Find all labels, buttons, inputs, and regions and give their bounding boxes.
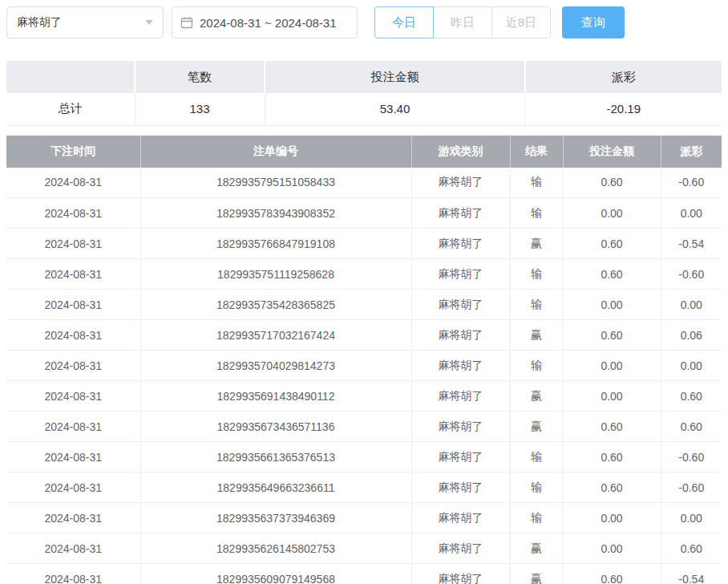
summary-table: 笔数 投注金额 派彩 总计 133 53.40 -20.19	[6, 61, 722, 126]
result-cell: 赢	[510, 381, 563, 412]
game-type-cell: 麻将胡了	[411, 351, 510, 381]
bet-time-cell: 2024-08-31	[6, 168, 140, 198]
game-type-cell: 麻将胡了	[411, 412, 510, 442]
last-8-days-button[interactable]: 近8日	[491, 6, 551, 39]
game-type-cell: 麻将胡了	[411, 472, 510, 503]
bet-time-cell: 2024-08-31	[6, 229, 140, 259]
result-cell: 输	[510, 472, 563, 503]
bet-time-cell: 2024-08-31	[6, 412, 140, 442]
bet-id-cell: 1829935637373946369	[140, 503, 411, 533]
result-cell: 赢	[510, 564, 563, 584]
header-bet-id: 注单编号	[140, 136, 411, 168]
payout-cell: -0.60	[661, 472, 722, 503]
toolbar: 麻将胡了 2024-08-31 ~ 2024-08-31 今日 昨日 近8日 查…	[0, 0, 728, 45]
game-type-cell: 麻将胡了	[411, 381, 510, 412]
bet-amount-cell: 0.60	[563, 229, 661, 259]
date-range-value: 2024-08-31 ~ 2024-08-31	[200, 16, 337, 30]
bet-records-table: 下注时间 注单编号 游戏类别 结果 投注金额 派彩 2024-08-311829…	[6, 136, 722, 584]
bet-time-cell: 2024-08-31	[6, 503, 140, 533]
bet-id-cell: 1829935783943908352	[140, 198, 411, 229]
table-row: 2024-08-311829935735428365825麻将胡了输0.000.…	[6, 290, 722, 320]
result-cell: 输	[510, 168, 563, 198]
bet-amount-cell: 0.00	[563, 198, 661, 229]
table-row: 2024-08-311829935795151058433麻将胡了输0.60-0…	[6, 168, 722, 198]
summary-header-row: 笔数 投注金额 派彩	[6, 61, 722, 93]
bet-amount-cell: 0.60	[563, 168, 661, 198]
payout-cell: 0.60	[661, 381, 722, 412]
result-cell: 输	[510, 503, 563, 533]
payout-cell: 0.60	[661, 412, 722, 442]
table-row: 2024-08-311829935637373946369麻将胡了输0.000.…	[6, 503, 722, 533]
table-row: 2024-08-311829935783943908352麻将胡了输0.000.…	[6, 198, 722, 229]
result-cell: 输	[510, 290, 563, 320]
game-type-cell: 麻将胡了	[411, 564, 510, 584]
payout-cell: -0.60	[661, 259, 722, 290]
query-button[interactable]: 查询	[562, 6, 625, 39]
result-cell: 赢	[510, 320, 563, 351]
result-cell: 赢	[510, 533, 563, 564]
summary-total-label: 总计	[6, 93, 135, 125]
table-row: 2024-08-311829935766847919108麻将胡了赢0.60-0…	[6, 229, 722, 259]
bet-id-cell: 1829935691438490112	[140, 381, 411, 412]
bet-time-cell: 2024-08-31	[6, 533, 140, 564]
game-select-value: 麻将胡了	[17, 15, 62, 30]
result-cell: 赢	[510, 229, 563, 259]
table-row: 2024-08-311829935751119258628麻将胡了输0.60-0…	[6, 259, 722, 290]
payout-cell: 0.00	[661, 198, 722, 229]
quick-range-group: 今日 昨日 近8日	[374, 6, 551, 39]
bet-id-cell: 1829935766847919108	[140, 229, 411, 259]
game-type-cell: 麻将胡了	[411, 229, 510, 259]
result-cell: 输	[510, 198, 563, 229]
chevron-down-icon	[145, 20, 153, 25]
game-type-cell: 麻将胡了	[411, 168, 510, 198]
summary-header-count: 笔数	[135, 61, 265, 93]
header-bet-amount: 投注金额	[563, 136, 661, 168]
payout-cell: -0.54	[661, 564, 722, 584]
today-button[interactable]: 今日	[374, 6, 434, 39]
bet-table-body: 2024-08-311829935795151058433麻将胡了输0.60-0…	[6, 168, 722, 584]
game-type-cell: 麻将胡了	[411, 320, 510, 351]
bet-amount-cell: 0.60	[563, 412, 661, 442]
bet-amount-cell: 0.00	[563, 381, 661, 412]
bet-id-cell: 1829935661365376513	[140, 442, 411, 472]
payout-cell: 0.00	[661, 351, 722, 381]
bet-amount-cell: 0.00	[563, 533, 661, 564]
game-select[interactable]: 麻将胡了	[6, 6, 164, 39]
bet-id-cell: 1829935751119258628	[140, 259, 411, 290]
header-game-type: 游戏类别	[411, 136, 510, 168]
table-row: 2024-08-311829935717032167424麻将胡了赢0.600.…	[6, 320, 722, 351]
table-row: 2024-08-311829935673436571136麻将胡了赢0.600.…	[6, 412, 722, 442]
bet-time-cell: 2024-08-31	[6, 290, 140, 320]
bet-amount-cell: 0.60	[563, 472, 661, 503]
game-type-cell: 麻将胡了	[411, 442, 510, 472]
bet-amount-cell: 0.60	[563, 442, 661, 472]
header-bet-time: 下注时间	[6, 136, 140, 168]
result-cell: 输	[510, 442, 563, 472]
payout-cell: -0.54	[661, 229, 722, 259]
bet-id-cell: 1829935649663236611	[140, 472, 411, 503]
table-row: 2024-08-311829935691438490112麻将胡了赢0.000.…	[6, 381, 722, 412]
table-row: 2024-08-311829935609079149568麻将胡了赢0.60-0…	[6, 564, 722, 584]
table-row: 2024-08-311829935626145802753麻将胡了赢0.000.…	[6, 533, 722, 564]
bet-time-cell: 2024-08-31	[6, 320, 140, 351]
bet-table-header-row: 下注时间 注单编号 游戏类别 结果 投注金额 派彩	[6, 136, 722, 168]
game-type-cell: 麻将胡了	[411, 259, 510, 290]
payout-cell: 0.06	[661, 320, 722, 351]
game-type-cell: 麻将胡了	[411, 503, 510, 533]
summary-header-payout: 派彩	[525, 61, 722, 93]
summary-payout-value: -20.19	[525, 93, 722, 125]
payout-cell: 0.60	[661, 533, 722, 564]
game-type-cell: 麻将胡了	[411, 290, 510, 320]
header-payout: 派彩	[661, 136, 722, 168]
date-range-picker[interactable]: 2024-08-31 ~ 2024-08-31	[172, 6, 358, 39]
bet-id-cell: 1829935673436571136	[140, 412, 411, 442]
bet-amount-cell: 0.60	[563, 320, 661, 351]
payout-cell: 0.00	[661, 290, 722, 320]
table-row: 2024-08-311829935661365376513麻将胡了输0.60-0…	[6, 442, 722, 472]
table-row: 2024-08-311829935649663236611麻将胡了输0.60-0…	[6, 472, 722, 503]
yesterday-button[interactable]: 昨日	[433, 6, 492, 39]
game-type-cell: 麻将胡了	[411, 533, 510, 564]
summary-header-blank	[6, 61, 135, 93]
bet-id-cell: 1829935717032167424	[140, 320, 411, 351]
bet-amount-cell: 0.60	[563, 259, 661, 290]
